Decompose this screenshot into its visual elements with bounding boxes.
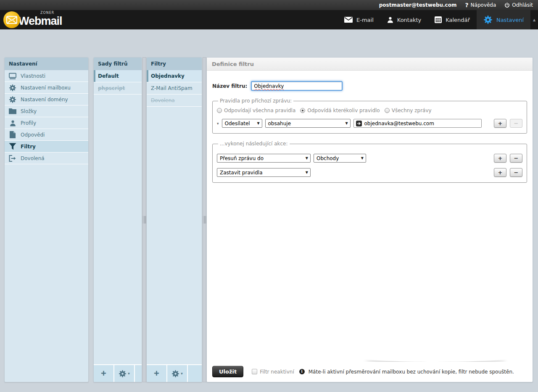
filter-icon xyxy=(8,143,17,150)
question-mark-icon: ? xyxy=(465,2,468,8)
rules-fieldset: Pravidla pro příchozí zprávu: Odpovídají… xyxy=(212,98,527,134)
editor-title: Definice filtru xyxy=(207,58,533,71)
column-splitter[interactable] xyxy=(142,57,146,382)
help-link[interactable]: ? Nápověda xyxy=(465,2,496,8)
exit-icon xyxy=(8,155,17,162)
sidebar-item-nastaveni-domeny[interactable]: Nastavení domény xyxy=(5,94,88,105)
select-arrow-icon: ▼ xyxy=(306,171,308,174)
filter-set-item-default[interactable]: Default xyxy=(94,70,142,82)
filter-set-menu-button[interactable]: ▾ xyxy=(114,365,135,382)
rule-row-buttons: + − xyxy=(494,119,522,128)
sidebar-item-profily[interactable]: Profily xyxy=(5,117,88,129)
filter-item-zmail-antispam[interactable]: Z-Mail AntiSpam xyxy=(147,82,202,95)
settings-menu-title: Nastavení xyxy=(5,58,88,70)
actions-legend: ...vykonej následující akce: xyxy=(218,141,290,147)
filter-name-row: Název filtru: Objednavky xyxy=(212,81,527,91)
remove-rule-button: − xyxy=(510,119,522,128)
sidebar-item-filtry[interactable]: Filtry xyxy=(5,141,88,153)
radio-icon xyxy=(385,108,390,113)
gear-icon xyxy=(483,15,493,24)
plus-icon: + xyxy=(154,369,159,378)
topbar: postmaster@testwebu.com ? Nápověda Odhlá… xyxy=(0,0,538,10)
action-row-buttons: + − xyxy=(494,168,522,177)
add-filter-set-button[interactable]: + xyxy=(94,365,114,382)
sidebar-item-slozky[interactable]: Složky xyxy=(5,105,88,117)
collapse-nav-button[interactable]: ▲ xyxy=(530,10,538,29)
remove-action-button[interactable]: − xyxy=(510,168,522,177)
help-label: Nápověda xyxy=(471,2,496,8)
sidebar-item-dovolena[interactable]: Dovolená xyxy=(5,153,88,164)
action-row: Přesuň zprávu do ▼ Obchody ▼ + − xyxy=(217,154,522,163)
filter-sets-panel: Sady filtrů Default phpscript + xyxy=(93,57,142,382)
action-type-select[interactable]: Přesuň zprávu do ▼ xyxy=(217,154,311,163)
logout-label: Odhlásit xyxy=(512,2,533,8)
editor-footer: Uložit Filtr neaktivní i Máte-li aktivní… xyxy=(207,362,532,381)
brand-text: ZONER Webmail xyxy=(18,12,62,28)
select-arrow-icon: ▼ xyxy=(306,156,308,160)
filter-sets-title: Sady filtrů xyxy=(94,58,142,70)
add-action-button[interactable]: + xyxy=(494,154,506,163)
webmail-envelope-icon xyxy=(3,11,20,28)
select-arrow-icon: ▼ xyxy=(257,121,259,125)
filter-menu-button[interactable]: ▾ xyxy=(167,365,188,382)
gear-icon xyxy=(8,96,17,103)
filter-name-input[interactable]: Objednavky xyxy=(251,81,343,91)
brand-zoner: ZONER xyxy=(40,11,54,15)
column-splitter[interactable] xyxy=(203,57,206,382)
filter-sets-toolbar: + ▾ xyxy=(94,364,142,382)
sidebar-item-vlastnosti[interactable]: Vlastnosti xyxy=(5,70,88,82)
tab-nastaveni[interactable]: Nastavení xyxy=(477,10,530,29)
calendar-icon xyxy=(435,16,442,23)
rule-field-select[interactable]: Odesílatel ▼ xyxy=(222,119,262,128)
info-icon: i xyxy=(299,369,305,374)
gear-icon xyxy=(171,370,179,378)
radio-icon xyxy=(217,108,222,113)
filter-inactive-option[interactable]: Filtr neaktivní xyxy=(252,369,294,375)
chevron-down-icon: ▾ xyxy=(181,371,183,376)
add-rule-button[interactable]: + xyxy=(494,119,506,128)
filters-panel: Filtry Objednavky Z-Mail AntiSpam Dovole… xyxy=(146,57,202,382)
add-filter-button[interactable]: + xyxy=(147,365,167,382)
rules-legend: Pravidla pro příchozí zprávu: xyxy=(218,98,293,104)
sidebar-item-nastaveni-mailboxu[interactable]: Nastavení mailboxu xyxy=(5,82,88,94)
brand-logo[interactable]: ZONER Webmail xyxy=(3,11,62,28)
radio-all-messages[interactable]: Všechny zprávy xyxy=(385,108,432,113)
checkbox-icon xyxy=(252,369,257,374)
action-type-select[interactable]: Zastavit pravidla ▼ xyxy=(217,168,311,177)
filter-item-objednavky[interactable]: Objednavky xyxy=(147,70,202,82)
save-button[interactable]: Uložit xyxy=(212,366,243,377)
webmail-app: postmaster@testwebu.com ? Nápověda Odhlá… xyxy=(0,0,538,392)
logout-link[interactable]: Odhlásit xyxy=(504,2,533,8)
chevron-up-icon: ▲ xyxy=(533,18,535,22)
filters-title: Filtry xyxy=(147,58,202,70)
folder-icon xyxy=(8,108,17,114)
rule-value-input[interactable]: objednavka@testwebu.com xyxy=(353,119,482,128)
navbar: ZONER Webmail E-mail xyxy=(0,10,538,29)
nav-tabs: E-mail Kontakty xyxy=(338,10,538,29)
settings-menu-panel: Nastavení Vlastnosti xyxy=(4,57,89,382)
action-row: Zastavit pravidla ▼ + − xyxy=(217,168,522,177)
action-target-select[interactable]: Obchody ▼ xyxy=(314,154,366,163)
person-icon xyxy=(8,120,17,126)
filter-editor-panel: Definice filtru Název filtru: Objednavky… xyxy=(206,57,533,382)
plus-icon: + xyxy=(101,369,106,378)
radio-match-all[interactable]: Odpovídají všechna pravidla xyxy=(217,108,295,113)
row-expand-icon[interactable]: ▾ xyxy=(217,121,219,126)
sidebar-item-odpovedi[interactable]: Odpovědi xyxy=(5,129,88,141)
gear-icon xyxy=(8,84,17,92)
radio-match-any[interactable]: Odpovídá kterékoliv pravidlo xyxy=(300,108,380,113)
user-email: postmaster@testwebu.com xyxy=(379,2,457,8)
remove-action-button[interactable]: − xyxy=(510,154,522,163)
actions-fieldset: ...vykonej následující akce: Přesuň zprá… xyxy=(212,141,527,183)
tab-kontakty[interactable]: Kontakty xyxy=(380,10,428,29)
add-action-button[interactable]: + xyxy=(494,168,506,177)
tab-email[interactable]: E-mail xyxy=(338,10,380,29)
monitor-icon xyxy=(8,73,17,79)
rule-operator-select[interactable]: obsahuje ▼ xyxy=(265,119,351,128)
filter-set-item-phpscript[interactable]: phpscript xyxy=(94,82,142,95)
filter-item-dovolena[interactable]: Dovolena xyxy=(147,95,202,107)
tab-kalendar[interactable]: Kalendář xyxy=(428,10,477,29)
select-arrow-icon: ▼ xyxy=(345,121,348,125)
footer-shadow xyxy=(363,355,508,362)
person-icon xyxy=(387,16,393,23)
